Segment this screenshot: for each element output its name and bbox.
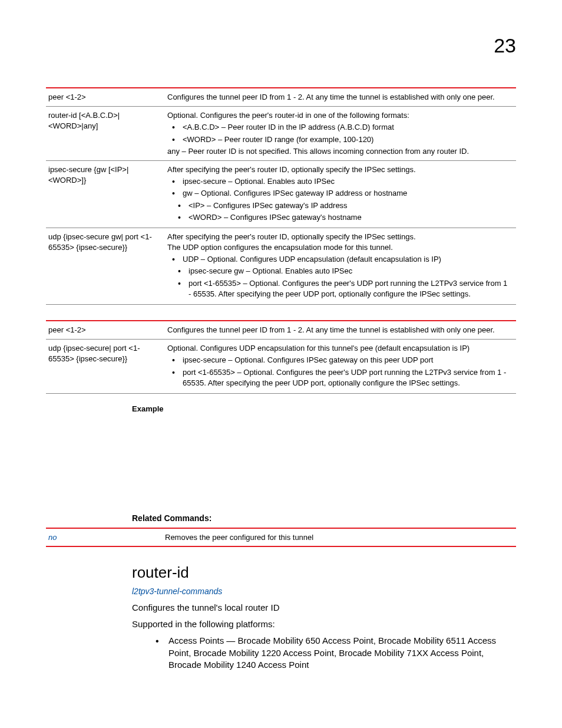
desc-intro: After specifying the peer's router ID, o…: [167, 232, 511, 242]
desc-intro: Optional. Configures UDP encapsulation f…: [167, 343, 511, 354]
desc-cell: Configures the tunnel peer ID from 1 - 2…: [165, 88, 516, 107]
desc-intro: After specifying the peer's router ID, o…: [167, 164, 511, 175]
bullet-item: gw – Optional. Configures IPSec gateway …: [167, 188, 511, 199]
section-heading: router-id: [132, 564, 516, 582]
bullet-list: ipsec-secure – Optional. Configures IPSe…: [167, 355, 511, 388]
param-cell: udp {ipsec-secure gw| port <1-65535> {ip…: [46, 228, 165, 304]
bullet-item: ipsec-secure – Optional. Configures IPSe…: [167, 355, 511, 365]
bullet-item: <WORD> – Configures IPSec gateway's host…: [167, 212, 511, 223]
param-cell: router-id [<A.B.C.D>|<WORD>|any]: [46, 107, 165, 161]
desc-cell: After specifying the peer's router ID, o…: [165, 228, 516, 304]
table-row: udp {ipsec-secure| port <1-65535> {ipsec…: [46, 340, 516, 394]
nested-bullet-list: ipsec-secure gw – Optional. Enables auto…: [167, 266, 511, 299]
example-label: Example: [132, 404, 516, 413]
table-row: router-id [<A.B.C.D>|<WORD>|any] Optiona…: [46, 107, 516, 161]
bullet-item: ipsec-secure – Optional. Enables auto IP…: [167, 176, 511, 187]
table-row: peer <1-2> Configures the tunnel peer ID…: [46, 88, 516, 107]
desc-intro: Optional. Configures the peer's router-i…: [167, 110, 511, 121]
bullet-item: <WORD> – Peer router ID range (for examp…: [167, 134, 511, 145]
bullet-list: <A.B.C.D> – Peer router ID in the IP add…: [167, 122, 511, 144]
desc-cell: After specifying the peer's router ID, o…: [165, 160, 516, 228]
bullet-list: UDP – Optional. Configures UDP encapsula…: [167, 254, 511, 265]
param-cell: peer <1-2>: [46, 88, 165, 107]
table-row: udp {ipsec-secure gw| port <1-65535> {ip…: [46, 228, 516, 304]
param-cell: peer <1-2>: [46, 321, 165, 340]
related-commands-label: Related Commands:: [132, 513, 516, 523]
desc-cell: Configures the tunnel peer ID from 1 - 2…: [165, 321, 516, 340]
parameters-table-1: peer <1-2> Configures the tunnel peer ID…: [46, 87, 516, 305]
body-text: Supported in the following platforms:: [132, 618, 516, 630]
bullet-item: port <1-65535> – Optional. Configures th…: [167, 367, 511, 388]
param-cell: ipsec-secure {gw [<IP>|<WORD>]}: [46, 160, 165, 228]
desc-cell: Optional. Configures the peer's router-i…: [165, 107, 516, 161]
desc-after: any – Peer router ID is not specified. T…: [167, 146, 511, 157]
parameters-table-2: peer <1-2> Configures the tunnel peer ID…: [46, 320, 516, 394]
nested-bullet-list: <IP> – Configures IPSec gateway's IP add…: [167, 200, 511, 223]
platform-list: Access Points — Brocade Mobility 650 Acc…: [156, 635, 516, 671]
bullet-item: port <1-65535> – Optional. Configures th…: [167, 278, 511, 299]
body-text: Configures the tunnel's local router ID: [132, 602, 516, 614]
bullet-item: UDP – Optional. Configures UDP encapsula…: [167, 254, 511, 265]
bullet-item: <A.B.C.D> – Peer router ID in the IP add…: [167, 122, 511, 133]
table-row: peer <1-2> Configures the tunnel peer ID…: [46, 321, 516, 340]
related-cmd-desc: Removes the peer configured for this tun…: [163, 528, 516, 546]
related-cmd-name[interactable]: no: [46, 528, 163, 546]
desc-cell: Optional. Configures UDP encapsulation f…: [165, 340, 516, 394]
platform-item: Access Points — Brocade Mobility 650 Acc…: [156, 635, 516, 671]
page-number: 23: [494, 34, 516, 57]
bullet-item: ipsec-secure gw – Optional. Enables auto…: [167, 266, 511, 276]
param-cell: udp {ipsec-secure| port <1-65535> {ipsec…: [46, 340, 165, 394]
content-area: peer <1-2> Configures the tunnel peer ID…: [46, 87, 516, 671]
bullet-item: <IP> – Configures IPSec gateway's IP add…: [167, 200, 511, 211]
table-row: ipsec-secure {gw [<IP>|<WORD>]} After sp…: [46, 160, 516, 228]
bullet-list: ipsec-secure – Optional. Enables auto IP…: [167, 176, 511, 199]
related-commands-table: no Removes the peer configured for this …: [46, 528, 516, 547]
table-row: no Removes the peer configured for this …: [46, 528, 516, 546]
xref-link[interactable]: l2tpv3-tunnel-commands: [132, 587, 516, 596]
desc-intro2: The UDP option configures the encapsulat…: [167, 242, 511, 253]
